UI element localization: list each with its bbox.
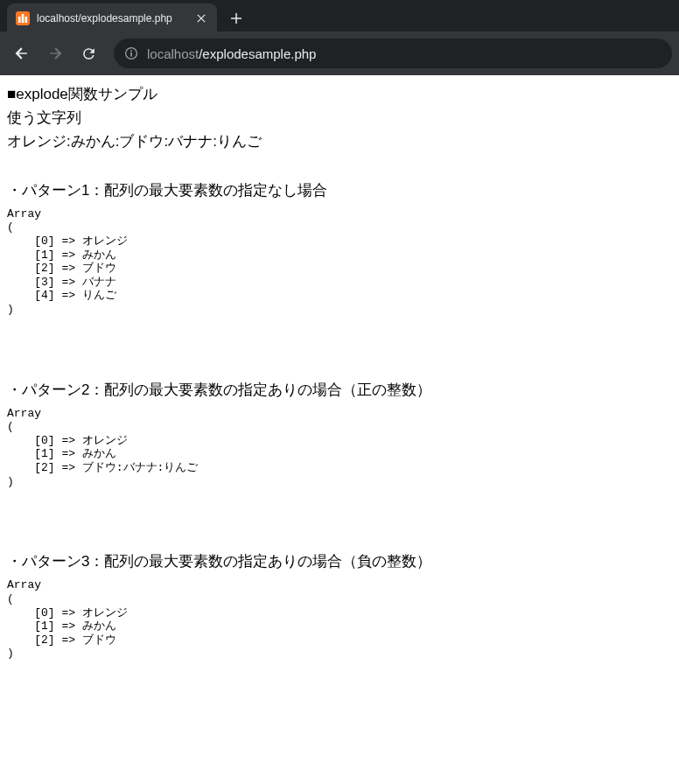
array-output-2: Array ( [0] => オレンジ [1] => みかん [2] => ブド… [7, 407, 672, 489]
page-subheading: 使う文字列 [7, 106, 672, 130]
svg-rect-2 [22, 14, 24, 23]
new-tab-button[interactable] [224, 6, 248, 31]
svg-rect-10 [130, 52, 132, 57]
tab-title: localhost/explodesample.php [37, 12, 187, 24]
svg-rect-3 [25, 17, 28, 23]
svg-rect-1 [18, 17, 21, 23]
spacer [7, 488, 672, 525]
back-button[interactable] [7, 38, 37, 68]
forward-button[interactable] [40, 38, 70, 68]
page-content: ■explode関数サンプル 使う文字列 オレンジ:みかん:ブドウ:バナナ:りん… [0, 75, 679, 668]
pattern-heading-3: ・パターン3：配列の最大要素数の指定ありの場合（負の整数） [7, 550, 672, 573]
close-icon[interactable] [194, 11, 208, 25]
xampp-favicon-icon [16, 11, 30, 25]
tab-bar: localhost/explodesample.php [0, 0, 679, 32]
browser-chrome: localhost/explodesample.php [0, 0, 679, 75]
site-info-icon[interactable] [124, 46, 138, 60]
page-heading: ■explode関数サンプル [7, 82, 672, 106]
array-output-3: Array ( [0] => オレンジ [1] => みかん [2] => ブド… [7, 578, 672, 661]
url-path: /explodesample.php [199, 46, 316, 61]
url-host: localhost [147, 46, 199, 61]
array-output-1: Array ( [0] => オレンジ [1] => みかん [2] => ブド… [7, 207, 672, 317]
svg-point-9 [130, 50, 132, 52]
sample-string: オレンジ:みかん:ブドウ:バナナ:りんご [7, 130, 672, 153]
reload-button[interactable] [74, 38, 103, 68]
url-text: localhost/explodesample.php [147, 46, 316, 61]
pattern-heading-1: ・パターン1：配列の最大要素数の指定なし場合 [7, 178, 672, 202]
spacer [7, 317, 672, 354]
pattern-heading-2: ・パターン2：配列の最大要素数の指定ありの場合（正の整数） [7, 378, 672, 402]
address-bar[interactable]: localhost/explodesample.php [114, 38, 672, 68]
browser-toolbar: localhost/explodesample.php [0, 32, 679, 75]
browser-tab[interactable]: localhost/explodesample.php [7, 4, 217, 33]
